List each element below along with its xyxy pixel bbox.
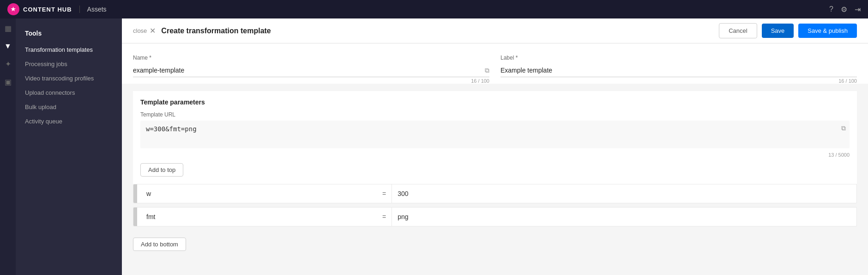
param-rows: w = fmt = bbox=[133, 184, 857, 226]
page-section-title: Assets bbox=[79, 6, 107, 13]
save-button[interactable]: Save bbox=[762, 24, 794, 38]
cancel-button[interactable]: Cancel bbox=[719, 23, 757, 38]
form-group-name: Name * ⧉ 16 / 100 bbox=[133, 55, 489, 84]
param-key-w: w bbox=[143, 184, 377, 203]
add-to-top-button[interactable]: Add to top bbox=[140, 163, 183, 177]
topbar-actions: ? ⚙ ⇥ bbox=[829, 5, 861, 14]
bottom-add-section: Add to bottom bbox=[122, 230, 868, 266]
param-key-fmt: fmt bbox=[143, 208, 377, 226]
url-copy-icon[interactable]: ⧉ bbox=[841, 124, 846, 132]
url-area-wrapper: w=300&fmt=png ⧉ bbox=[140, 121, 850, 150]
param-value-w[interactable] bbox=[392, 184, 856, 203]
name-input[interactable] bbox=[133, 64, 489, 77]
name-copy-icon[interactable]: ⧉ bbox=[485, 67, 489, 74]
label-input[interactable] bbox=[500, 64, 857, 77]
param-handle-fmt[interactable] bbox=[133, 208, 137, 226]
page-header: close ✕ Create transformation template C… bbox=[122, 18, 868, 43]
settings-icon[interactable]: ⚙ bbox=[841, 5, 847, 14]
params-title: Template parameters bbox=[140, 98, 850, 106]
icon-rail: ▦ ▼ ✦ ▣ bbox=[0, 18, 16, 275]
sidebar-item-video-transcoding[interactable]: Video transcoding profiles bbox=[16, 71, 122, 86]
page-title: Create transformation template bbox=[161, 27, 271, 35]
nav-icon-filter[interactable]: ▼ bbox=[4, 42, 12, 50]
sidebar: Tools Transformation templates Processin… bbox=[16, 18, 122, 275]
save-publish-button[interactable]: Save & publish bbox=[798, 24, 857, 38]
label-counter: 16 / 100 bbox=[500, 78, 857, 84]
params-outer: Template parameters Template URL w=300&f… bbox=[122, 86, 868, 266]
name-label: Name * bbox=[133, 55, 489, 61]
app-logo: ★ CONTENT HUB bbox=[7, 3, 72, 15]
param-value-fmt[interactable] bbox=[392, 208, 856, 226]
param-row-fmt: fmt = bbox=[133, 207, 857, 226]
param-equals-fmt: = bbox=[377, 213, 392, 220]
sidebar-item-transformation-templates[interactable]: Transformation templates bbox=[16, 43, 122, 57]
help-icon[interactable]: ? bbox=[829, 5, 833, 14]
params-section: Template parameters Template URL w=300&f… bbox=[133, 91, 857, 184]
url-char-counter: 13 / 5000 bbox=[140, 152, 850, 158]
logo-icon: ★ bbox=[7, 3, 19, 15]
param-row-w: w = bbox=[133, 184, 857, 203]
template-url-textarea[interactable]: w=300&fmt=png bbox=[140, 121, 850, 148]
nav-icon-layers[interactable]: ▣ bbox=[5, 78, 12, 86]
form-section: Name * ⧉ 16 / 100 Label * 16 / 100 bbox=[122, 43, 868, 84]
close-label: close bbox=[133, 27, 147, 34]
form-row-name-label: Name * ⧉ 16 / 100 Label * 16 / 100 bbox=[133, 55, 857, 84]
template-url-label: Template URL bbox=[140, 111, 850, 118]
sidebar-item-activity-queue[interactable]: Activity queue bbox=[16, 114, 122, 128]
nav-icon-grid[interactable]: ▦ bbox=[5, 24, 12, 33]
header-actions: Cancel Save Save & publish bbox=[719, 23, 857, 38]
nav-icon-tools[interactable]: ✦ bbox=[5, 60, 11, 68]
name-counter: 16 / 100 bbox=[133, 78, 489, 84]
add-to-bottom-button[interactable]: Add to bottom bbox=[133, 238, 186, 251]
sidebar-item-bulk-upload[interactable]: Bulk upload bbox=[16, 100, 122, 114]
main-content: close ✕ Create transformation template C… bbox=[122, 18, 868, 275]
label-label: Label * bbox=[500, 55, 857, 61]
sidebar-item-upload-connectors[interactable]: Upload connectors bbox=[16, 86, 122, 100]
label-input-wrapper bbox=[500, 64, 857, 77]
param-equals-w: = bbox=[377, 190, 392, 197]
close-icon[interactable]: ✕ bbox=[150, 26, 156, 35]
name-input-wrapper: ⧉ bbox=[133, 64, 489, 77]
sidebar-item-processing-jobs[interactable]: Processing jobs bbox=[16, 57, 122, 71]
sidebar-title: Tools bbox=[16, 26, 122, 43]
param-handle-w[interactable] bbox=[133, 184, 137, 203]
form-group-label: Label * 16 / 100 bbox=[500, 55, 857, 84]
close-button[interactable]: close ✕ bbox=[133, 26, 156, 35]
app-name: CONTENT HUB bbox=[23, 6, 72, 13]
logout-icon[interactable]: ⇥ bbox=[855, 5, 861, 14]
